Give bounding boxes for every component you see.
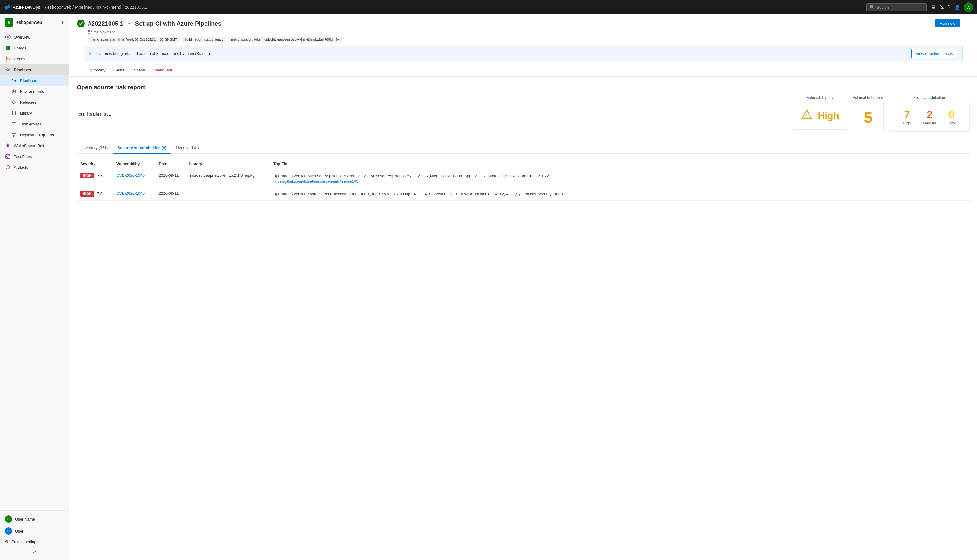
total-libraries-label: Total libraries: <box>77 112 102 117</box>
sidebar-item-repos-label: Repos <box>14 57 25 61</box>
azure-devops-logo[interactable]: Azure DevOps <box>3 3 40 11</box>
more-options-button[interactable]: ⋮ <box>962 19 970 27</box>
tab-scans[interactable]: Scans <box>129 65 150 76</box>
project-settings-item[interactable]: ⚙ Project settings <box>0 537 69 547</box>
search-input[interactable] <box>877 5 923 10</box>
svg-rect-3 <box>8 46 10 48</box>
risk-level-text: High <box>818 110 839 122</box>
sidebar-nav: Overview Boards Repos Pipelines <box>0 30 69 510</box>
avatar[interactable]: A <box>964 2 974 12</box>
sidebar-item-environments[interactable]: Environments <box>0 86 69 97</box>
sidebar-item-deployment-groups-label: Deployment groups <box>20 133 54 137</box>
sidebar-user2: U User <box>0 525 69 537</box>
severity-distribution-label: Severity distribution <box>888 95 970 100</box>
svg-rect-10 <box>13 111 15 115</box>
run-number: #20221005.1 <box>88 20 124 27</box>
breadcrumb-pipelines[interactable]: Pipelines <box>75 5 92 10</box>
breadcrumb-sep4: / <box>122 5 124 10</box>
sidebar-item-repos[interactable]: Repos <box>0 53 69 64</box>
topfix-link-0[interactable]: https://github.com/dotnet/announcements/… <box>273 179 358 183</box>
svg-rect-17 <box>13 135 15 137</box>
sidebar-item-whitesource-label: WhiteSource Bolt <box>14 143 44 148</box>
breadcrumb-main-ci[interactable]: main-ci-mend <box>95 5 121 10</box>
severity-low-label: Low <box>949 121 955 125</box>
svg-rect-11 <box>15 111 16 115</box>
search-icon: 🔍 <box>870 5 875 10</box>
sidebar-item-whitesource-bolt[interactable]: WhiteSource Bolt <box>0 140 69 151</box>
sidebar-item-pipelines-sub[interactable]: Pipelines <box>0 75 69 86</box>
sidebar-item-overview[interactable]: Overview <box>0 32 69 42</box>
tab-summary[interactable]: Summary <box>84 65 110 76</box>
svg-rect-14 <box>12 125 15 125</box>
nav-icons: ☰ 🛍 ? 👤 A <box>932 2 974 12</box>
run-new-button[interactable]: Run new <box>935 19 960 27</box>
data-tab-license-risks[interactable]: License risks <box>171 143 203 153</box>
sidebar-item-library[interactable]: Library <box>0 108 69 118</box>
test-plans-icon <box>5 153 11 160</box>
sidebar-header: E eshoponweb + <box>0 15 69 30</box>
sidebar-item-artifacts[interactable]: Artifacts <box>0 162 69 173</box>
sidebar-item-test-plans[interactable]: Test Plans <box>0 151 69 162</box>
high-badge-1: HIGH <box>80 191 94 197</box>
tab-mend-bolt[interactable]: Mend Bolt <box>150 65 177 76</box>
svg-rect-16 <box>14 133 16 135</box>
data-tab-inventory[interactable]: Inventory (351) <box>77 143 112 153</box>
cve-link-0[interactable]: CVE-2020-1045 <box>117 173 144 178</box>
table-header: Severity Vulnerability Date Library Top … <box>77 158 970 169</box>
project-settings-label: Project settings <box>12 540 38 544</box>
cell-topfix-0: Upgrade to version Microsoft.AspNetCore.… <box>270 169 970 187</box>
sidebar-user1: U User Name <box>0 513 69 525</box>
cell-date-0: 2020-09-11 <box>155 169 185 187</box>
breadcrumb-eshoponweb[interactable]: eshoponweb <box>47 5 71 10</box>
sidebar-item-releases[interactable]: Releases <box>0 97 69 108</box>
svg-point-23 <box>91 30 92 32</box>
report-title: Open source risk report <box>77 84 970 91</box>
list-icon[interactable]: ☰ <box>932 5 936 10</box>
sidebar-item-deployment-groups[interactable]: Deployment groups <box>0 129 69 140</box>
cve-link-1[interactable]: CVE-2020-1045 <box>117 191 144 196</box>
view-retention-button[interactable]: View retention leases <box>911 49 957 58</box>
sidebar-item-pipelines-parent-label: Pipelines <box>14 68 31 72</box>
cell-cve-1: CVE-2020-1045 <box>113 187 155 201</box>
svg-rect-12 <box>12 122 16 123</box>
search-box[interactable]: 🔍 <box>866 3 927 11</box>
settings-icon: ⚙ <box>5 540 8 544</box>
retention-banner: ℹ This run is being retained as one of 3… <box>84 46 962 61</box>
vulnerabilities-table: Severity Vulnerability Date Library Top … <box>77 158 970 201</box>
page-title: #20221005.1 • Set up CI with Azure Pipel… <box>77 19 221 28</box>
sidebar-item-task-groups[interactable]: Task groups <box>0 118 69 129</box>
page-header: #20221005.1 • Set up CI with Azure Pipel… <box>69 15 977 77</box>
severity-badge-1: HIGH 7.5 <box>80 191 102 197</box>
user2-label: User <box>15 529 23 533</box>
cell-severity-0: HIGH 7.5 <box>77 169 113 187</box>
data-tab-security-vulns[interactable]: Security vulnerabilities (9) <box>112 143 171 154</box>
vulnerability-risk-label: Vulnerability risk <box>792 95 848 100</box>
svg-rect-9 <box>12 111 13 115</box>
breadcrumb-run[interactable]: 20221005.1 <box>125 5 147 10</box>
svg-rect-4 <box>6 48 8 50</box>
cell-severity-1: HIGH 7.5 <box>77 187 113 201</box>
tags-row: mend_scan_start_time=Wed, 05 Oct 2022 14… <box>88 37 970 42</box>
run-title: Set up CI with Azure Pipelines <box>135 20 221 27</box>
vulnerable-libraries-card: 5 <box>853 102 883 133</box>
sidebar-item-pipelines-parent[interactable]: Pipelines <box>0 64 69 75</box>
data-tabs: Inventory (351) Security vulnerabilities… <box>77 143 970 154</box>
library-icon <box>11 110 17 116</box>
add-project-button[interactable]: + <box>61 19 64 26</box>
help-icon[interactable]: ? <box>948 5 950 10</box>
total-libraries-value: 351 <box>104 112 111 117</box>
col-date: Date <box>155 158 185 169</box>
sidebar-footer: U User Name U User ⚙ Project settings « <box>0 510 69 560</box>
sidebar-item-boards[interactable]: Boards <box>0 42 69 53</box>
shopping-bag-icon[interactable]: 🛍 <box>939 5 944 10</box>
cell-date-1: 2020-09-11 <box>155 187 185 201</box>
svg-rect-15 <box>12 133 13 135</box>
severity-medium-value: 2 <box>927 108 933 121</box>
cell-cve-0: CVE-2020-1045 <box>113 169 155 187</box>
releases-icon <box>11 99 17 105</box>
collapse-sidebar-button[interactable]: « <box>0 547 69 558</box>
user-icon[interactable]: 👤 <box>954 5 960 10</box>
tab-bar: Summary Tests Scans Mend Bolt <box>77 65 970 76</box>
tab-tests[interactable]: Tests <box>110 65 129 76</box>
severity-low-item: 0 Low <box>942 108 961 125</box>
